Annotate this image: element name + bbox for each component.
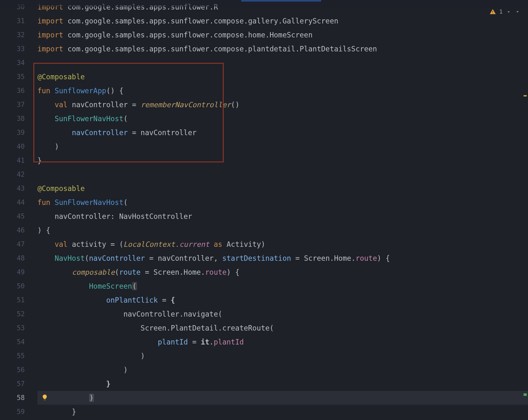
line-number[interactable]: 59 — [0, 405, 35, 419]
line-number[interactable]: 37 — [0, 98, 35, 112]
chevron-down-icon[interactable] — [515, 9, 520, 15]
scroll-clip-bottom — [0, 417, 528, 420]
line-number[interactable]: 58 — [0, 391, 35, 405]
line-number[interactable]: 33 — [0, 42, 35, 56]
line-number[interactable]: 47 — [0, 237, 35, 251]
code-line[interactable]: ) — [37, 349, 528, 363]
code-line[interactable] — [37, 56, 528, 70]
code-line[interactable]: fun SunFlowerNavHost( — [37, 195, 528, 209]
warning-marker[interactable] — [524, 95, 527, 96]
line-number[interactable]: 34 — [0, 56, 35, 70]
code-line[interactable]: import com.google.samples.apps.sunflower… — [37, 0, 528, 14]
warning-count: 1 — [499, 8, 503, 15]
code-line[interactable]: val activity = (LocalContext.current as … — [37, 237, 528, 251]
code-line[interactable]: SunFlowerNavHost( — [37, 112, 528, 126]
line-number[interactable]: 41 — [0, 154, 35, 167]
line-number[interactable]: 40 — [0, 140, 35, 154]
code-line[interactable]: @Composable — [37, 181, 528, 195]
code-line[interactable]: import com.google.samples.apps.sunflower… — [37, 14, 528, 28]
line-number[interactable]: 51 — [0, 293, 35, 307]
line-number-gutter[interactable]: 30 31 32 33 34 35 36 37 38 39 40 41 42 4… — [0, 0, 35, 420]
code-line[interactable]: fun SunflowerApp() { — [37, 84, 528, 98]
line-number[interactable]: 50 — [0, 279, 35, 293]
line-number[interactable]: 46 — [0, 223, 35, 237]
code-area[interactable]: import com.google.samples.apps.sunflower… — [35, 0, 528, 420]
code-line[interactable]: HomeScreen( — [37, 279, 528, 293]
code-line[interactable]: plantId = it.plantId — [37, 335, 528, 349]
line-number[interactable]: 30 — [0, 0, 35, 14]
chevron-up-icon[interactable] — [506, 9, 512, 15]
line-number[interactable]: 39 — [0, 126, 35, 140]
code-line[interactable]: import com.google.samples.apps.sunflower… — [37, 28, 528, 42]
line-number[interactable]: 43 — [0, 181, 35, 195]
code-line[interactable] — [37, 167, 528, 181]
code-line[interactable]: navController.navigate( — [37, 307, 528, 321]
code-line[interactable]: ) — [37, 140, 528, 154]
code-line[interactable]: ) — [37, 363, 528, 377]
line-number[interactable]: 54 — [0, 335, 35, 349]
warning-icon — [490, 9, 496, 15]
line-number[interactable]: 31 — [0, 14, 35, 28]
line-number[interactable]: 32 — [0, 28, 35, 42]
code-line[interactable]: import com.google.samples.apps.sunflower… — [37, 42, 528, 56]
code-line[interactable]: NavHost(navController = navController, s… — [37, 251, 528, 265]
line-number[interactable]: 49 — [0, 265, 35, 279]
code-line-current[interactable]: ) — [37, 391, 528, 405]
code-line[interactable]: } — [37, 377, 528, 391]
inspection-widget[interactable]: 1 — [490, 8, 520, 15]
line-number[interactable]: 45 — [0, 209, 35, 223]
line-number[interactable]: 57 — [0, 377, 35, 391]
code-editor[interactable]: 30 31 32 33 34 35 36 37 38 39 40 41 42 4… — [0, 0, 528, 420]
code-line[interactable]: } — [37, 405, 528, 419]
code-line[interactable]: navController: NavHostController — [37, 209, 528, 223]
lightbulb-icon[interactable] — [41, 394, 48, 401]
code-line[interactable]: @Composable — [37, 70, 528, 84]
code-line[interactable]: Screen.PlantDetail.createRoute( — [37, 321, 528, 335]
code-line[interactable]: ) { — [37, 223, 528, 237]
code-line[interactable]: } — [37, 154, 528, 167]
caret-marker[interactable] — [524, 393, 527, 396]
error-stripe[interactable] — [523, 0, 527, 420]
line-number[interactable]: 55 — [0, 349, 35, 363]
line-number[interactable]: 48 — [0, 251, 35, 265]
code-line[interactable]: navController = navController — [37, 126, 528, 140]
code-line[interactable]: val navController = rememberNavControlle… — [37, 98, 528, 112]
line-number[interactable]: 56 — [0, 363, 35, 377]
code-line[interactable]: composable(route = Screen.Home.route) { — [37, 265, 528, 279]
line-number[interactable]: 53 — [0, 321, 35, 335]
line-number[interactable]: 38 — [0, 112, 35, 126]
line-number[interactable]: 42 — [0, 167, 35, 181]
line-number[interactable]: 52 — [0, 307, 35, 321]
line-number[interactable]: 44 — [0, 195, 35, 209]
line-number[interactable]: 36 — [0, 84, 35, 98]
code-line[interactable]: onPlantClick = { — [37, 293, 528, 307]
line-number[interactable]: 35 — [0, 70, 35, 84]
